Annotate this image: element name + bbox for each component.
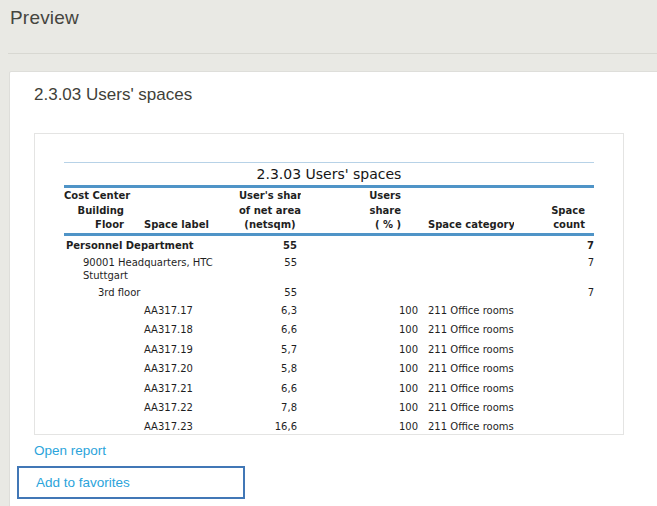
- table-row: AA317.186,6100211 Office rooms: [64, 320, 594, 339]
- space-category-cell: 211 Office rooms: [421, 340, 514, 356]
- space-count-cell: [514, 340, 594, 343]
- space-label-cell: AA317.23: [64, 417, 239, 433]
- net-area-cell: 5,8: [239, 359, 301, 375]
- users-share-cell: 100: [301, 301, 421, 317]
- header-building: Building: [64, 204, 144, 219]
- users-share-cell: 100: [301, 417, 421, 433]
- space-category-cell: 211 Office rooms: [421, 379, 514, 395]
- report-preview-thumbnail[interactable]: 2.3.03 Users' spaces Cost Center User's …: [34, 133, 624, 435]
- header-floor: Floor: [64, 218, 144, 233]
- report-table-body: Personnel Department55790001 Headquarter…: [64, 236, 594, 437]
- header-space-count-line2: count: [514, 218, 594, 233]
- header-percent: ( % ): [301, 218, 421, 233]
- space-category-cell: [421, 253, 514, 256]
- report-title: 2.3.03 Users' spaces: [64, 163, 594, 185]
- table-row: AA317.205,8100211 Office rooms: [64, 359, 594, 378]
- header-space-label: Space label: [144, 218, 239, 233]
- report-document: 2.3.03 Users' spaces Cost Center User's …: [64, 134, 594, 434]
- space-label-cell: 90001 Headquarters, HTC Stuttgart: [64, 253, 239, 282]
- report-heading: 2.3.03 Users' spaces: [34, 85, 192, 105]
- table-row: AA317.216,6100211 Office rooms: [64, 379, 594, 398]
- net-area-cell: 55: [239, 253, 301, 269]
- space-label-cell: 3rd floor: [64, 283, 239, 299]
- users-share-cell: 100: [301, 398, 421, 414]
- net-area-cell: 6,6: [239, 320, 301, 336]
- space-label-cell: AA317.18: [64, 320, 239, 336]
- space-label-cell: AA317.22: [64, 398, 239, 414]
- space-category-cell: 211 Office rooms: [421, 417, 514, 433]
- header-space-category: Space category: [421, 218, 514, 233]
- users-share-cell: 100: [301, 359, 421, 375]
- table-row: 3rd floor557: [64, 283, 594, 301]
- space-category-cell: 211 Office rooms: [421, 301, 514, 317]
- space-label-cell: AA317.17: [64, 301, 239, 317]
- space-count-cell: [514, 417, 594, 420]
- add-to-favorites-focus-outline: Add to favorites: [17, 466, 245, 499]
- users-share-cell: 100: [301, 320, 421, 336]
- net-area-cell: 55: [239, 236, 301, 252]
- header-users-share-line2: of net area: [239, 204, 301, 219]
- space-category-cell: [421, 236, 514, 239]
- table-row: AA317.195,7100211 Office rooms: [64, 340, 594, 359]
- space-count-cell: [514, 359, 594, 362]
- table-row: Personnel Department557: [64, 236, 594, 253]
- header-users-line2: share: [301, 204, 421, 219]
- space-count-cell: [514, 320, 594, 323]
- net-area-cell: 16,6: [239, 417, 301, 433]
- space-count-cell: 7: [514, 253, 594, 269]
- page-divider: [8, 53, 657, 54]
- users-share-cell: [301, 253, 421, 256]
- net-area-cell: 6,6: [239, 379, 301, 395]
- add-to-favorites-link[interactable]: Add to favorites: [19, 475, 130, 490]
- header-users-line1: Users: [301, 189, 421, 204]
- space-label-cell: AA317.19: [64, 340, 239, 356]
- header-space-count-line1: Space: [514, 204, 594, 219]
- open-report-link[interactable]: Open report: [34, 443, 106, 458]
- page-title: Preview: [10, 7, 79, 29]
- space-category-cell: 211 Office rooms: [421, 398, 514, 414]
- users-share-cell: [301, 283, 421, 286]
- users-share-cell: 100: [301, 340, 421, 356]
- header-users-share-line1: User's share: [239, 189, 301, 204]
- header-netsqm: (netsqm): [239, 218, 301, 233]
- space-category-cell: [421, 283, 514, 286]
- table-row: AA317.227,8100211 Office rooms: [64, 398, 594, 417]
- space-count-cell: 7: [514, 236, 594, 252]
- report-table-header: Cost Center User's share Users Building …: [64, 188, 594, 233]
- net-area-cell: 6,3: [239, 301, 301, 317]
- space-count-cell: [514, 398, 594, 401]
- users-share-cell: 100: [301, 379, 421, 395]
- space-count-cell: [514, 301, 594, 304]
- net-area-cell: 5,7: [239, 340, 301, 356]
- space-count-cell: 7: [514, 283, 594, 299]
- net-area-cell: 55: [239, 283, 301, 299]
- space-label-cell: AA317.21: [64, 379, 239, 395]
- space-label-cell: Personnel Department: [64, 236, 239, 252]
- header-cost-center: Cost Center: [64, 189, 144, 204]
- space-category-cell: 211 Office rooms: [421, 320, 514, 336]
- users-share-cell: [301, 236, 421, 239]
- table-row: 90001 Headquarters, HTC Stuttgart557: [64, 253, 594, 283]
- preview-card: 2.3.03 Users' spaces 2.3.03 Users' space…: [9, 71, 657, 506]
- net-area-cell: 7,8: [239, 398, 301, 414]
- space-count-cell: [514, 379, 594, 382]
- space-category-cell: 211 Office rooms: [421, 359, 514, 375]
- table-row: AA317.2316,6100211 Office rooms: [64, 417, 594, 436]
- space-label-cell: AA317.20: [64, 359, 239, 375]
- table-row: AA317.176,3100211 Office rooms: [64, 301, 594, 320]
